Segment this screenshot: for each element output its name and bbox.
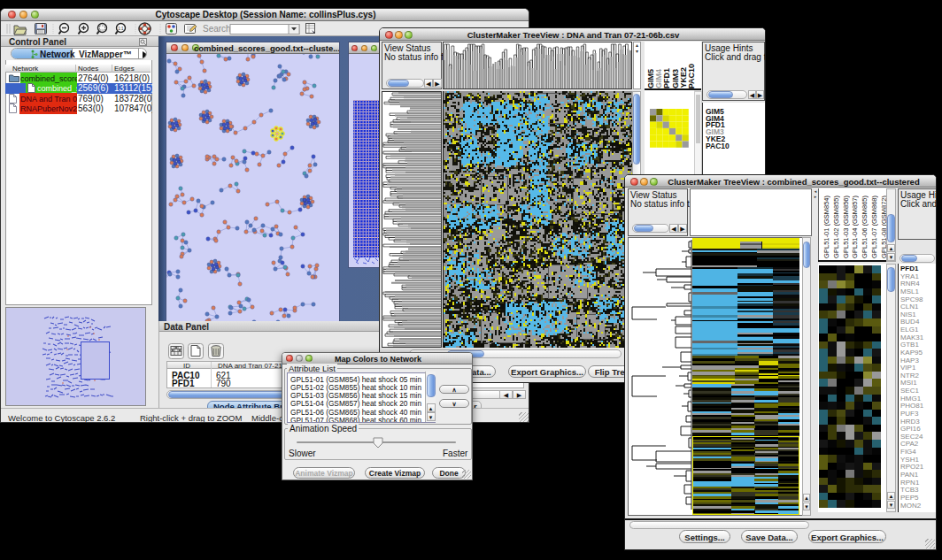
svg-text:1:1: 1:1 — [118, 27, 124, 31]
svg-text:Search:: Search: — [203, 24, 233, 34]
